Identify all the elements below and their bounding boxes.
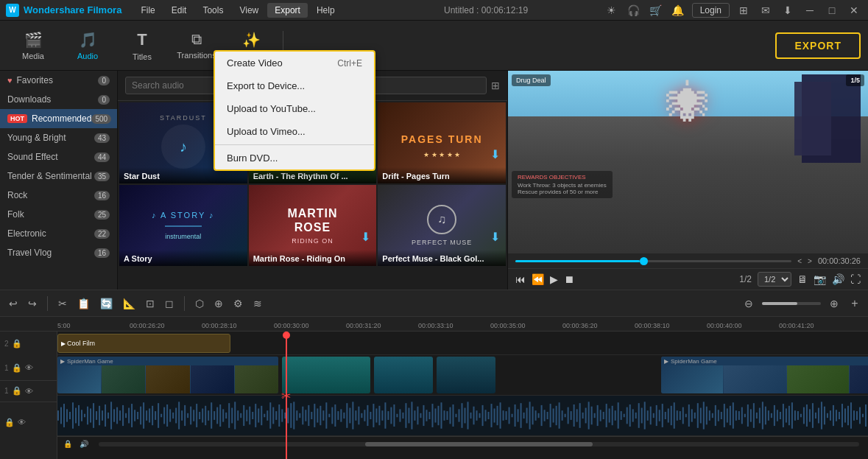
skip-back-button[interactable]: ⏮ [515, 273, 526, 285]
lock-icon-audio2[interactable]: 🔒 [4, 418, 15, 427]
sidebar-item-rock[interactable]: Rock 16 [0, 186, 117, 205]
wave-button[interactable]: ≋ [250, 296, 265, 311]
volume-status[interactable]: 🔊 [80, 440, 88, 448]
sidebar-item-recommended[interactable]: HOT Recommended 500 [0, 109, 117, 128]
cut-button[interactable]: ✂ [55, 296, 70, 311]
undo-button[interactable]: ↩ [6, 296, 21, 311]
sidebar-item-travel-vlog[interactable]: Travel Vlog 16 [0, 243, 117, 262]
minimize-icon[interactable]: ─ [802, 2, 818, 18]
svg-rect-163 [538, 413, 540, 418]
svg-rect-102 [358, 407, 359, 425]
audio-card-story[interactable]: ♪ A STORY ♪ instrumental A Story [119, 185, 247, 266]
export-vimeo[interactable]: Upload to Vimeo... [215, 120, 374, 143]
toolbar-media[interactable]: 🎬 Media [7, 24, 59, 67]
rotate-button[interactable]: 🔄 [97, 296, 116, 311]
svg-rect-142 [476, 410, 478, 421]
svg-rect-144 [482, 405, 484, 426]
shop-icon[interactable]: 🛒 [648, 2, 664, 18]
layout-icon[interactable]: ⊞ [735, 2, 752, 18]
snap-button[interactable]: ⬡ [192, 296, 207, 311]
clip-spiderman-2[interactable]: ▶SpiderMan Game [661, 357, 868, 393]
volume-icon[interactable]: 🔊 [832, 273, 844, 285]
stop-button[interactable]: ⏹ [564, 273, 574, 285]
zoom-in-button[interactable]: ⊕ [827, 296, 841, 311]
login-button[interactable]: Login [692, 3, 730, 18]
zoom-slider[interactable] [762, 302, 821, 305]
preview-progress-bar[interactable] [515, 260, 791, 262]
preview-collapse-left[interactable]: < [797, 257, 802, 265]
lock-status[interactable]: 🔒 [63, 440, 72, 448]
audio-card-drift[interactable]: PAGES TURN ★ ★ ★ ★ ★ ⬇ Drift - Pages Tur… [378, 102, 506, 183]
eye-icon-1[interactable]: 👁 [25, 363, 33, 372]
download-icon[interactable]: ⬇ [780, 2, 796, 18]
settings-button[interactable]: ⚙ [230, 296, 246, 311]
monitor-icon[interactable]: 🖥 [797, 273, 808, 285]
svg-rect-119 [408, 408, 409, 424]
svg-rect-187 [609, 408, 610, 422]
clip-blue[interactable] [437, 357, 495, 393]
sidebar-item-folk[interactable]: Folk 25 [0, 205, 117, 224]
fullscreen-icon[interactable]: ⛶ [850, 273, 861, 285]
svg-rect-249 [791, 402, 793, 428]
step-back-button[interactable]: ⏪ [532, 273, 544, 285]
close-icon[interactable]: ✕ [846, 2, 862, 18]
menu-help[interactable]: Help [309, 3, 342, 18]
export-to-device[interactable]: Export to Device... [215, 74, 374, 97]
eye-icon-audio[interactable]: 👁 [25, 387, 33, 396]
menu-export[interactable]: Export [267, 3, 308, 18]
camera-icon[interactable]: 📷 [814, 273, 826, 285]
lock-icon-audio[interactable]: 🔒 [12, 386, 22, 396]
maximize-icon[interactable]: □ [824, 2, 840, 18]
svg-rect-94 [334, 404, 336, 427]
sidebar-item-downloads[interactable]: Downloads 0 [0, 90, 117, 109]
toolbar-titles[interactable]: T Titles [116, 24, 168, 67]
split-button[interactable]: ⊡ [143, 296, 158, 311]
sun-icon[interactable]: ☀ [604, 2, 620, 18]
menu-edit[interactable]: Edit [164, 3, 194, 18]
export-button[interactable]: EXPORT [775, 32, 861, 59]
clip-teal[interactable] [282, 357, 370, 393]
add-track-button[interactable]: + [847, 296, 862, 311]
copy-button[interactable]: 📋 [74, 296, 93, 311]
add-marker-button[interactable]: ⊕ [211, 296, 226, 311]
sidebar-item-favorites[interactable]: ♥ Favorites 0 [0, 71, 117, 90]
lock-icon-1[interactable]: 🔒 [12, 363, 22, 373]
menu-view[interactable]: View [232, 3, 266, 18]
grid-view-icon[interactable]: ⊞ [491, 80, 500, 91]
message-icon[interactable]: ✉ [758, 2, 774, 18]
clip-spiderman-1[interactable]: ▶SpiderMan Game [57, 357, 278, 393]
notification-icon[interactable]: 🔔 [670, 2, 686, 18]
svg-rect-165 [544, 410, 546, 421]
svg-rect-116 [399, 409, 401, 421]
redo-button[interactable]: ↪ [25, 296, 40, 311]
svg-rect-55 [219, 404, 221, 427]
toolbar-audio[interactable]: 🎵 Audio [62, 24, 113, 67]
sidebar-item-electronic[interactable]: Electronic 22 [0, 224, 117, 243]
audio-card-martin[interactable]: MARTINROSE RIDING ON ⬇ Martin Rose - Rid… [249, 185, 377, 266]
export-youtube[interactable]: Upload to YouTube... [215, 97, 374, 120]
sidebar-item-young-bright[interactable]: Young & Bright 43 [0, 128, 117, 147]
crop-button[interactable]: 📐 [120, 296, 138, 311]
play-button[interactable]: ▶ [550, 273, 558, 285]
zoom-out-button[interactable]: ⊖ [741, 296, 756, 311]
sidebar-item-sound-effect[interactable]: Sound Effect 44 [0, 147, 117, 167]
svg-rect-61 [237, 410, 239, 421]
headphone-icon[interactable]: 🎧 [626, 2, 642, 18]
svg-rect-47 [196, 404, 197, 427]
lock-icon-2[interactable]: 🔒 [12, 339, 22, 348]
sidebar-item-tender[interactable]: Tender & Sentimental 35 [0, 167, 117, 186]
preview-collapse-right[interactable]: > [808, 257, 812, 265]
export-create-video[interactable]: Create Video Ctrl+E [215, 52, 374, 74]
clip-teal-2[interactable] [374, 357, 433, 393]
eye-icon-audio2[interactable]: 👁 [18, 418, 26, 427]
export-burn-dvd[interactable]: Burn DVD... [215, 147, 374, 169]
delete-button[interactable]: ◻ [162, 296, 177, 311]
page-select[interactable]: 1/2 2/2 [758, 272, 791, 287]
svg-rect-72 [269, 402, 271, 428]
timeline-scrollbar[interactable] [99, 442, 859, 446]
menu-file[interactable]: File [133, 3, 162, 18]
menu-tools[interactable]: Tools [195, 3, 230, 18]
clip-cool-film[interactable]: ▶ Cool Film [57, 334, 230, 353]
card-title-story: A Story [124, 254, 243, 263]
audio-card-perfectmuse[interactable]: ♫ PERFECT MUSE ⬇ Perfect Muse - Black Go… [378, 185, 506, 266]
